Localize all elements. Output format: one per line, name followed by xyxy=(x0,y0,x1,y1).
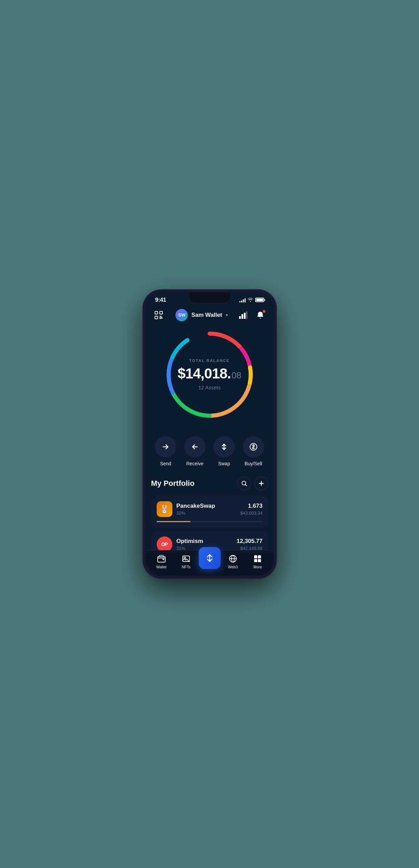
buysell-icon xyxy=(243,436,264,457)
web3-icon xyxy=(228,554,238,563)
notification-badge xyxy=(262,310,266,313)
nav-nfts[interactable]: NFTs xyxy=(174,554,199,569)
wallet-selector[interactable]: SW Sam Wallet ▾ xyxy=(175,309,227,321)
pancakeswap-usd: $43,003.34 xyxy=(240,510,262,516)
pancakeswap-percentage: 32% xyxy=(176,510,236,516)
nav-more[interactable]: More xyxy=(245,554,270,569)
swap-icon xyxy=(213,436,235,457)
pancakeswap-name: PancakeSwap xyxy=(176,503,236,509)
svg-rect-3 xyxy=(239,316,241,319)
pancakeswap-info: PancakeSwap 32% xyxy=(176,503,236,516)
wallet-name: Sam Wallet xyxy=(191,312,222,319)
pancakeswap-logo: 🐰 xyxy=(157,501,172,517)
scan-icon xyxy=(153,309,165,321)
wallet-nav-label: Wallet xyxy=(156,565,167,569)
swap-label: Swap xyxy=(218,461,230,466)
status-icons xyxy=(239,297,264,303)
battery-icon xyxy=(255,298,264,302)
action-buttons: Send Receive Swap xyxy=(146,429,274,477)
nav-web3[interactable]: Web3 xyxy=(221,554,246,569)
balance-label: TOTAL BALANCE xyxy=(178,359,241,363)
svg-rect-23 xyxy=(254,555,257,558)
header-actions xyxy=(237,309,266,321)
avatar: SW xyxy=(175,309,188,321)
pancakeswap-bar-container xyxy=(157,521,263,522)
pancakeswap-amount: 1.673 xyxy=(240,503,262,509)
chevron-down-icon: ▾ xyxy=(226,313,228,318)
scan-button[interactable] xyxy=(153,309,166,321)
portfolio-title: My Portfolio xyxy=(151,479,195,488)
phone-frame: 9:41 xyxy=(143,290,276,579)
pancakeswap-values: 1.673 $43,003.34 xyxy=(240,503,262,516)
pancakeswap-bar xyxy=(157,521,191,522)
balance-main: $14,018. xyxy=(178,365,231,382)
svg-rect-25 xyxy=(254,559,257,562)
balance-amount: $14,018. 08 xyxy=(178,365,241,382)
wallet-icon xyxy=(157,554,166,563)
portfolio-add-button[interactable] xyxy=(254,477,268,490)
svg-rect-5 xyxy=(244,313,246,319)
signal-icon xyxy=(239,298,246,302)
wifi-icon xyxy=(248,297,253,303)
nfts-nav-label: NFTs xyxy=(182,565,191,569)
bottom-nav: Wallet NFTs xyxy=(146,550,274,576)
portfolio-actions xyxy=(237,477,268,490)
app-header: SW Sam Wallet ▾ xyxy=(146,306,274,327)
donut-chart: TOTAL BALANCE $14,018. 08 12 Assets xyxy=(162,327,258,423)
balance-info: TOTAL BALANCE $14,018. 08 12 Assets xyxy=(178,359,241,390)
receive-icon xyxy=(184,436,206,457)
svg-rect-1 xyxy=(160,311,162,314)
receive-button[interactable]: Receive xyxy=(184,436,206,466)
svg-rect-24 xyxy=(258,555,261,558)
more-nav-label: More xyxy=(253,565,262,569)
portfolio-header: My Portfolio xyxy=(151,477,268,490)
balance-section: TOTAL BALANCE $14,018. 08 12 Assets xyxy=(146,327,274,429)
nav-wallet[interactable]: Wallet xyxy=(149,554,174,569)
asset-card-pancakeswap[interactable]: 🐰 PancakeSwap 32% 1.673 $43,003.34 xyxy=(151,496,268,528)
optimism-values: 12,305.77 $42,149.56 xyxy=(237,538,263,551)
web3-nav-label: Web3 xyxy=(228,565,238,569)
portfolio-search-button[interactable] xyxy=(237,477,251,490)
svg-rect-4 xyxy=(241,314,243,319)
buysell-label: Buy/Sell xyxy=(245,461,262,466)
send-label: Send xyxy=(160,461,171,466)
nfts-icon xyxy=(181,554,191,563)
phone-screen: 9:41 xyxy=(146,293,274,576)
svg-rect-0 xyxy=(155,311,158,314)
asset-count: 12 Assets xyxy=(178,385,241,390)
more-icon xyxy=(253,554,262,563)
center-action-icon xyxy=(205,553,214,563)
balance-cents: 08 xyxy=(232,370,241,381)
optimism-name: Optimism xyxy=(176,538,233,545)
optimism-amount: 12,305.77 xyxy=(237,538,263,545)
status-time: 9:41 xyxy=(155,297,166,303)
receive-label: Receive xyxy=(186,461,204,466)
center-action-button[interactable] xyxy=(199,547,221,569)
svg-rect-26 xyxy=(258,559,261,562)
send-icon xyxy=(155,436,176,457)
buysell-button[interactable]: Buy/Sell xyxy=(243,436,264,466)
notch xyxy=(189,293,230,303)
svg-rect-6 xyxy=(246,311,247,319)
svg-rect-2 xyxy=(155,316,158,319)
chart-icon[interactable] xyxy=(237,309,249,321)
swap-button[interactable]: Swap xyxy=(213,436,235,466)
send-button[interactable]: Send xyxy=(155,436,176,466)
svg-rect-18 xyxy=(162,559,164,560)
bell-icon[interactable] xyxy=(254,309,266,321)
